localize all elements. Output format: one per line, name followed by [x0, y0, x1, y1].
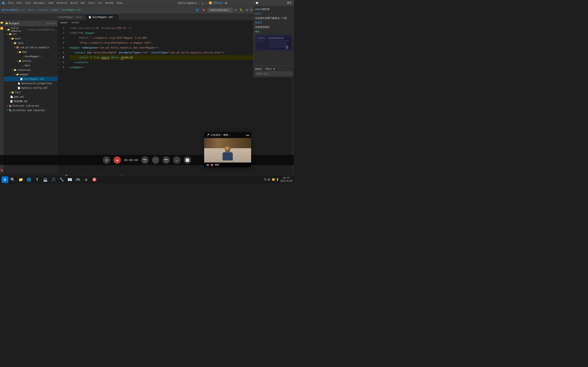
menu-refactor[interactable]: Refactor: [56, 1, 69, 5]
sidebar-bookmark-icon[interactable]: 🔖: [0, 169, 3, 172]
chat-author-1[interactable]: 段笑天: [255, 12, 292, 15]
menu-file[interactable]: File: [7, 1, 15, 5]
menu-edit[interactable]: Edit: [16, 1, 24, 5]
taskbar-game[interactable]: 🎮: [74, 176, 82, 183]
menu-run[interactable]: Run: [80, 1, 86, 5]
profile-icon[interactable]: 👤: [195, 8, 200, 12]
edit-button[interactable]: ✏: [173, 156, 181, 164]
tree-resources[interactable]: ▼ 📁 resources: [4, 68, 58, 72]
project-collapse-icon[interactable]: ⊟: [49, 22, 51, 25]
tab-close-java[interactable]: ✕: [82, 16, 84, 18]
video-header: 🎤 正在讲话: 稀客; ●●: [204, 132, 251, 138]
tab-bar: ☕ UserMapper.java ✕ 📄 UserMapper.xml ✕ ⚠…: [0, 14, 294, 20]
tree-main[interactable]: ▼ 📁 main: [4, 36, 58, 41]
run-icon[interactable]: ▶: [234, 8, 237, 12]
taskbar-mail[interactable]: 📧: [66, 176, 73, 183]
sidebar-project-icon[interactable]: 📁: [0, 21, 3, 24]
taskbar-browser[interactable]: 🌐: [25, 176, 33, 183]
person-silhouette: [222, 146, 234, 160]
sidebar-vcs-icon[interactable]: 🔀: [0, 27, 3, 30]
camera-toggle-button[interactable]: 📷: [141, 156, 149, 164]
tree-test-label: test: [15, 91, 21, 94]
menu-tools[interactable]: Tools: [87, 1, 96, 5]
tab-usermapper-java[interactable]: ☕ UserMapper.java ✕: [54, 14, 86, 20]
tray-lang: 英: [264, 178, 267, 181]
gutter-arrow-8: →: [59, 60, 60, 65]
breadcrumb-main[interactable]: main: [28, 8, 34, 11]
tree-dao[interactable]: ▼ 📁 dao: [4, 50, 58, 54]
chat-icon: 💬: [255, 2, 259, 4]
tab-close-xml[interactable]: ✕: [114, 16, 116, 18]
more-options-button[interactable]: ⬜: [184, 156, 191, 164]
screenshot-button[interactable]: 📸: [163, 156, 170, 164]
chat-author-3[interactable]: 稀客: [255, 30, 292, 33]
tree-java[interactable]: ▼ 📁 java: [4, 41, 58, 45]
taskbar-tools[interactable]: 🔧: [58, 176, 65, 183]
chat-text-1: users报红呀: [255, 8, 270, 11]
tree-usermapper-xml-label: UserMapper.xml: [24, 77, 44, 80]
tree-datasource[interactable]: 📋 datasource.properties: [4, 81, 58, 86]
tree-external-libraries[interactable]: ▶ 📚 External Libraries: [4, 104, 58, 108]
project-settings-icon[interactable]: ⚙: [52, 22, 53, 25]
chat-input-field[interactable]: [255, 71, 292, 76]
menu-git[interactable]: Git: [97, 1, 104, 5]
menu-build[interactable]: Build: [70, 1, 79, 5]
chat-title: 聊天: [287, 1, 292, 5]
breadcrumb-file[interactable]: UserMapper.xml: [62, 8, 81, 11]
glasses-left: [225, 151, 227, 153]
tree-usermapper-xml[interactable]: 📄 UserMapper.xml: [4, 77, 58, 81]
taskbar-more1[interactable]: ⚙: [82, 176, 90, 183]
tree-readme[interactable]: 📝 README.md: [4, 99, 58, 104]
chat-author-2[interactable]: 郭南开: [255, 21, 292, 24]
line-num-3: 3: [58, 35, 64, 40]
sidebar-structure-icon[interactable]: ◫: [1, 163, 2, 166]
menu-help[interactable]: Help: [116, 1, 124, 5]
project-close-icon[interactable]: ✕: [54, 22, 56, 25]
tree-mybatis-config[interactable]: 📄 mybatis-config.xml: [4, 86, 58, 90]
tree-root[interactable]: ▼ 📁 hello-mybatis C:\Users\zed\IdeaProje…: [4, 27, 58, 32]
taskbar-search[interactable]: 🔍: [9, 176, 16, 183]
menu-view[interactable]: View: [24, 1, 32, 5]
breadcrumb-mapper[interactable]: mapper: [51, 8, 60, 11]
fullscreen-button[interactable]: ⛶: [152, 156, 159, 164]
tree-src[interactable]: ▼ 📁 src: [4, 32, 58, 36]
bookmark-icon[interactable]: 🔖: [201, 8, 206, 12]
taskbar-ide[interactable]: 💻: [42, 176, 49, 183]
taskbar-more2[interactable]: 🎯: [91, 176, 98, 183]
folder-icon: 📁: [9, 33, 12, 35]
add-configuration-button[interactable]: Add Configuration...: [208, 8, 232, 12]
chat-panel: 💬 聊天 users报红呀 段笑天 东哥插件在哪下载再说一下吧 郭南开 设置里的…: [253, 0, 294, 77]
breadcrumb-resources[interactable]: resources: [36, 8, 49, 11]
tree-mybatis-config-label: mybatis-config.xml: [21, 86, 48, 89]
breadcrumb-root[interactable]: hello-mybatis: [2, 8, 19, 11]
start-button[interactable]: ⊞: [2, 176, 8, 183]
settings-icon[interactable]: ⚙: [245, 8, 249, 12]
taskbar-text[interactable]: T: [34, 176, 41, 183]
breadcrumb-src[interactable]: src: [22, 8, 26, 11]
tree-user[interactable]: ☕ User: [4, 63, 58, 68]
mic-footer-icon: 🔇: [210, 164, 214, 166]
tree-package[interactable]: ▼ 📦 com.qf.hello.mybatis: [4, 45, 58, 50]
tree-mapper-folder[interactable]: ▼ 📁 mapper: [4, 72, 58, 77]
debug-icon[interactable]: 🐛: [239, 8, 244, 12]
java-file-icon: ☕: [22, 55, 24, 58]
menu-navigate[interactable]: Navigate: [33, 1, 46, 5]
tree-scratches[interactable]: ▶ 🔩 Scratches and Consoles: [4, 108, 58, 113]
arrow-icon: ▼: [5, 29, 6, 31]
line-numbers: 1 2 3 4 →5 →6 ⚠7 →8 →9: [58, 25, 66, 173]
taskbar-music[interactable]: 🎵: [50, 176, 57, 183]
tree-test[interactable]: ▶ 📁 test: [4, 90, 58, 95]
menu-code[interactable]: Code: [47, 1, 55, 5]
person-body: [223, 152, 233, 160]
project-title: Project: [9, 22, 45, 25]
tree-pom[interactable]: 📄 pom.xml: [4, 95, 58, 99]
menu-window[interactable]: Window: [104, 1, 115, 5]
glasses-overlay: [225, 151, 231, 153]
tab-usermapper-xml[interactable]: 📄 UserMapper.xml ✕: [86, 14, 118, 20]
tree-entity[interactable]: ▼ 📁 entity: [4, 59, 58, 63]
tree-mapper-folder-label: mapper: [20, 73, 29, 76]
dropdown-icon: ▼: [273, 68, 275, 70]
project-locate-icon[interactable]: ◎: [46, 22, 48, 25]
tree-usermapper-java[interactable]: ☕ UserMapper →: [4, 54, 58, 59]
taskbar-files[interactable]: 📁: [17, 176, 25, 183]
